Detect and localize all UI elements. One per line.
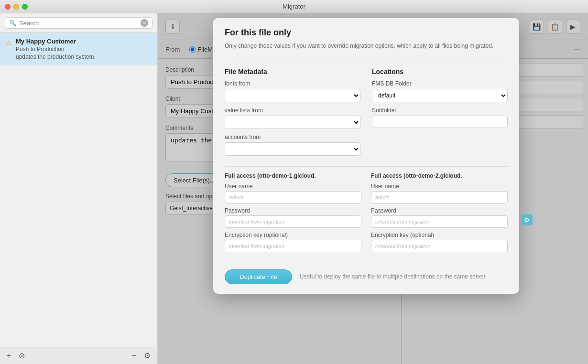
cred-right-title: Full access (otto-demo-2.gicloud. bbox=[371, 172, 508, 179]
sidebar-item-content: My Happy Customer Push to Production upd… bbox=[16, 38, 96, 60]
modal-creds-cols: Full access (otto-demo-1.gicloud. User n… bbox=[225, 172, 508, 256]
cred-right-username-label: User name bbox=[371, 183, 508, 190]
sidebar: 🔍 ✕ ⚠ My Happy Customer Push to Producti… bbox=[0, 13, 158, 364]
traffic-lights bbox=[5, 4, 28, 10]
cred-left-encryption-input[interactable] bbox=[225, 240, 361, 252]
accounts-label: accounts from bbox=[225, 134, 360, 140]
cred-left-username-label: User name bbox=[225, 183, 361, 190]
modal-content: File Metadata fonts from Source Target bbox=[213, 62, 519, 264]
modal-divider bbox=[225, 62, 508, 62]
gear-side-button[interactable]: ⚙ bbox=[521, 214, 533, 225]
subfolder-field: Subfolder bbox=[372, 107, 508, 128]
cred-right-encryption-label: Encryption key (optional) bbox=[371, 232, 508, 238]
main-area: ℹ Servers Migrations 💾 📋 ▶ From FileMake… bbox=[158, 13, 588, 364]
file-metadata-col: File Metadata fonts from Source Target bbox=[225, 68, 360, 161]
modal-footer: Duplicate File Useful to deploy the same… bbox=[213, 264, 519, 294]
content-area: Description Client Comments updates the … bbox=[158, 59, 588, 364]
search-input[interactable] bbox=[19, 20, 138, 27]
fms-db-folder-select[interactable]: default Custom bbox=[372, 89, 508, 102]
accounts-select[interactable]: Source Target bbox=[225, 142, 360, 156]
file-metadata-title: File Metadata bbox=[225, 68, 360, 75]
app-title: Migrator bbox=[283, 3, 305, 10]
sidebar-bottom-left: + ⊘ bbox=[5, 350, 27, 361]
subfolder-input[interactable] bbox=[372, 116, 508, 128]
cred-right-username-field: User name bbox=[371, 183, 508, 203]
sidebar-item[interactable]: ⚠ My Happy Customer Push to Production u… bbox=[0, 33, 157, 65]
subfolder-label: Subfolder bbox=[372, 107, 508, 114]
remove-button[interactable]: − bbox=[130, 350, 138, 361]
gear-side-panel: ⚙ bbox=[521, 214, 533, 225]
fms-db-folder-label: FMS DB Folder bbox=[372, 80, 508, 87]
cred-right-encryption-field: Encryption key (optional) bbox=[371, 232, 508, 252]
fms-db-folder-field: FMS DB Folder default Custom bbox=[372, 80, 508, 102]
add-button[interactable]: + bbox=[5, 350, 13, 361]
cred-right-username-input[interactable] bbox=[371, 191, 508, 203]
modal-footer-note: Useful to deploy the same file to multip… bbox=[300, 273, 486, 281]
cred-left-title: Full access (otto-demo-1.gicloud. bbox=[225, 172, 361, 179]
cred-left-encryption-field: Encryption key (optional) bbox=[225, 232, 361, 252]
cred-right-password-input[interactable] bbox=[371, 215, 508, 228]
search-bar: 🔍 ✕ bbox=[0, 13, 157, 33]
clear-search-button[interactable]: ✕ bbox=[141, 19, 148, 27]
warning-icon: ⚠ bbox=[6, 39, 12, 46]
fonts-field: fonts from Source Target bbox=[225, 80, 360, 102]
cred-left-password-label: Password bbox=[225, 207, 361, 214]
locations-col: Locations FMS DB Folder default Custom bbox=[372, 68, 508, 161]
cred-left-username-field: User name bbox=[225, 183, 361, 203]
value-lists-field: value lists from Source Target bbox=[225, 107, 360, 129]
sidebar-list: ⚠ My Happy Customer Push to Production u… bbox=[0, 33, 157, 347]
maximize-button[interactable] bbox=[22, 4, 28, 10]
app-container: 🔍 ✕ ⚠ My Happy Customer Push to Producti… bbox=[0, 13, 588, 364]
cred-left-username-input[interactable] bbox=[225, 191, 361, 203]
fonts-label: fonts from bbox=[225, 80, 360, 87]
search-icon: 🔍 bbox=[9, 20, 16, 26]
sidebar-item-name: My Happy Customer bbox=[16, 38, 96, 45]
cred-left-encryption-label: Encryption key (optional) bbox=[225, 232, 361, 238]
cred-right-password-label: Password bbox=[371, 207, 508, 214]
cred-col-right: Full access (otto-demo-2.gicloud. User n… bbox=[371, 172, 508, 256]
search-wrap: 🔍 ✕ bbox=[5, 17, 152, 29]
sidebar-bottom: + ⊘ − ⚙ bbox=[0, 347, 157, 364]
modal-two-col: File Metadata fonts from Source Target bbox=[225, 68, 508, 161]
sidebar-item-line1: Push to Production bbox=[16, 46, 96, 53]
cred-right-encryption-input[interactable] bbox=[371, 240, 508, 252]
locations-title: Locations bbox=[372, 68, 508, 75]
filter-button[interactable]: ⊘ bbox=[17, 350, 27, 361]
sidebar-item-line2: updates the production system. bbox=[16, 54, 96, 60]
titlebar: Migrator bbox=[0, 0, 588, 13]
value-lists-label: value lists from bbox=[225, 107, 360, 114]
modal-overlay: For this file only Only change these val… bbox=[158, 59, 588, 364]
duplicate-file-button[interactable]: Duplicate File bbox=[225, 269, 292, 284]
cred-left-password-field: Password bbox=[225, 207, 361, 228]
fonts-select[interactable]: Source Target bbox=[225, 89, 360, 102]
minimize-button[interactable] bbox=[13, 4, 19, 10]
cred-right-password-field: Password bbox=[371, 207, 508, 228]
cred-left-password-input[interactable] bbox=[225, 215, 361, 228]
value-lists-select[interactable]: Source Target bbox=[225, 116, 360, 129]
accounts-field: accounts from Source Target bbox=[225, 134, 360, 156]
settings-button[interactable]: ⚙ bbox=[142, 350, 152, 361]
modal: For this file only Only change these val… bbox=[213, 59, 519, 294]
cred-col-left: Full access (otto-demo-1.gicloud. User n… bbox=[225, 172, 361, 256]
close-button[interactable] bbox=[5, 4, 11, 10]
modal-creds-divider bbox=[225, 166, 508, 167]
